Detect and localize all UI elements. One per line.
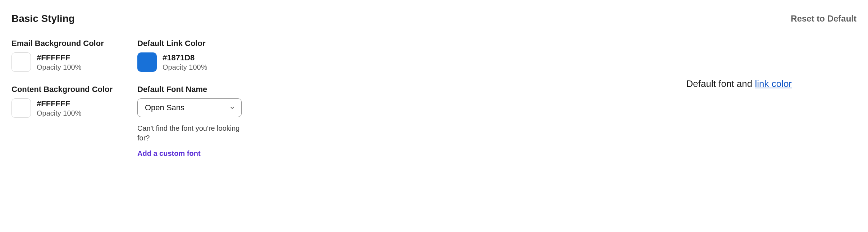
default-font-name-field: Default Font Name Open Sans Can't find t…: [137, 85, 274, 158]
default-link-color-field: Default Link Color #1871D8 Opacity 100%: [137, 39, 274, 72]
link-color-swatch[interactable]: [137, 52, 157, 72]
header-row: Basic Styling Reset to Default: [12, 13, 856, 24]
font-helper-text: Can't find the font you're looking for?: [137, 124, 242, 143]
preview-link[interactable]: link color: [755, 78, 792, 89]
field-label: Email Background Color: [12, 39, 137, 48]
field-label: Default Link Color: [137, 39, 274, 48]
color-text: #FFFFFF Opacity 100%: [37, 53, 82, 71]
color-hex-value: #FFFFFF: [37, 53, 82, 62]
color-text: #1871D8 Opacity 100%: [163, 53, 207, 71]
chevron-down-icon: [223, 105, 241, 111]
reset-to-default-button[interactable]: Reset to Default: [791, 14, 856, 24]
color-row: #FFFFFF Opacity 100%: [12, 98, 137, 118]
color-opacity-value: Opacity 100%: [37, 109, 82, 117]
add-custom-font-link[interactable]: Add a custom font: [137, 149, 274, 158]
color-text: #FFFFFF Opacity 100%: [37, 99, 82, 117]
content-bg-swatch[interactable]: [12, 98, 31, 118]
color-opacity-value: Opacity 100%: [163, 63, 207, 71]
color-row: #FFFFFF Opacity 100%: [12, 52, 137, 72]
preview-area: Default font and link color: [686, 39, 856, 89]
font-name-select[interactable]: Open Sans: [137, 98, 242, 117]
main-area: Email Background Color #FFFFFF Opacity 1…: [12, 39, 856, 158]
color-opacity-value: Opacity 100%: [37, 63, 82, 71]
color-hex-value: #FFFFFF: [37, 99, 82, 108]
settings-grid: Email Background Color #FFFFFF Opacity 1…: [12, 39, 274, 158]
section-title: Basic Styling: [12, 13, 75, 24]
preview-text: Default font and: [686, 78, 755, 89]
select-value: Open Sans: [138, 103, 223, 112]
color-row: #1871D8 Opacity 100%: [137, 52, 274, 72]
field-label: Default Font Name: [137, 85, 274, 94]
email-bg-swatch[interactable]: [12, 52, 31, 72]
email-background-color-field: Email Background Color #FFFFFF Opacity 1…: [12, 39, 137, 72]
field-label: Content Background Color: [12, 85, 137, 94]
color-hex-value: #1871D8: [163, 53, 207, 62]
content-background-color-field: Content Background Color #FFFFFF Opacity…: [12, 85, 137, 158]
